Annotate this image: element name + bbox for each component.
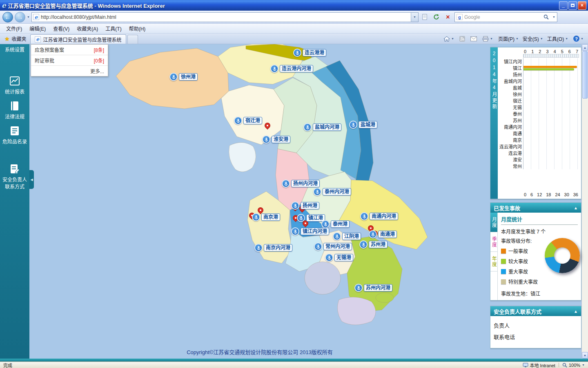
accident-panel-header[interactable]: 已发生事故 ▲	[490, 203, 581, 213]
menu-item[interactable]: 工具(T)	[102, 24, 125, 33]
port-marker[interactable]: 淮安港	[262, 135, 290, 144]
port-marker[interactable]: 盐城港	[349, 121, 377, 129]
forward-button[interactable]: →	[15, 12, 25, 22]
anchor-icon	[369, 230, 377, 238]
history-dropdown[interactable]: ▼	[27, 16, 30, 18]
sidebar-item[interactable]: 危险品名录	[0, 123, 29, 148]
notice-row[interactable]: 附证审批[0条]	[31, 55, 108, 66]
chart-row: 镇江内河	[498, 58, 579, 65]
collapse-up-icon[interactable]: ▲	[574, 309, 578, 314]
port-marker[interactable]: 扬州内河港	[282, 180, 320, 188]
scroll-up-button[interactable]: ▲	[582, 44, 588, 51]
legend-swatch	[501, 279, 506, 284]
sidebar-item[interactable]: 系统设置	[0, 45, 29, 58]
port-label: 南通内河港	[370, 213, 398, 220]
chart-row-label: 泰州	[498, 110, 523, 117]
port-marker[interactable]: 泰州港	[321, 220, 350, 228]
chart-row-bars	[523, 71, 579, 78]
search-options-dropdown[interactable]: ▼	[552, 16, 555, 18]
chart-top-axis: 01234567	[523, 49, 579, 54]
stop-button[interactable]: ×	[443, 12, 453, 22]
port-marker[interactable]: 南通港	[369, 230, 397, 238]
search-placeholder: Google	[464, 14, 539, 20]
contact-panel-header[interactable]: 安全负责人联系方式 ▲	[490, 306, 581, 316]
url-field[interactable]: e http://localhost:8080/yjpt/Main.html ▼	[31, 12, 419, 22]
favorites-button[interactable]: ★ 收藏夹	[1, 34, 30, 44]
tab-icon: e	[35, 36, 41, 43]
chart-row-bars	[523, 156, 579, 163]
port-marker[interactable]: 南京港	[252, 213, 280, 221]
print-button[interactable]: ▼	[480, 35, 495, 43]
menu-item[interactable]: 编辑(E)	[26, 24, 49, 33]
back-button[interactable]: ←	[2, 12, 13, 22]
port-marker[interactable]: 泰州内河港	[313, 188, 351, 196]
port-marker[interactable]: 南通内河港	[360, 212, 398, 220]
accident-panel-title: 已发生事故	[494, 204, 520, 212]
feeds-button[interactable]	[457, 35, 467, 43]
port-marker[interactable]: 连云港内河港	[270, 65, 313, 73]
collapse-up-icon[interactable]: ▲	[574, 206, 578, 210]
menu-item[interactable]: 帮助(H)	[125, 24, 149, 33]
port-marker[interactable]: 无锡港	[325, 254, 353, 262]
port-marker[interactable]: 苏州港	[359, 240, 388, 249]
monthly-stats-title: 月度统计	[501, 215, 578, 225]
port-marker[interactable]: 南京内河港	[254, 244, 292, 252]
search-box[interactable]: g Google ▼	[454, 12, 557, 22]
accident-content: 月度统计 本月度发生事故 7 个 事故等级分布: 一般事故较大事故重大事故特别重…	[498, 213, 581, 300]
port-marker[interactable]: 扬州港	[291, 202, 319, 210]
help-button[interactable]: ? ▼	[571, 35, 586, 43]
chart-row-bars	[523, 91, 579, 97]
toolbar-button[interactable]: 页面(P)▼	[496, 34, 521, 43]
new-tab-stub[interactable]	[127, 35, 138, 44]
maximize-button[interactable]	[568, 1, 577, 10]
menu-item[interactable]: 查看(V)	[49, 24, 73, 33]
help-icon: ?	[573, 36, 579, 42]
browser-tab[interactable]: e 江苏省港口安全监管与应急管理系统	[30, 34, 126, 44]
chart-row-bars	[523, 110, 579, 117]
compatibility-view-button[interactable]	[420, 12, 430, 22]
refresh-button[interactable]	[432, 12, 441, 22]
close-button[interactable]: ×	[578, 1, 586, 10]
search-button[interactable]	[541, 12, 551, 22]
port-marker[interactable]: 江阴港	[333, 232, 361, 240]
sidebar-collapse-handle[interactable]: ◀	[29, 170, 34, 189]
menu-item[interactable]: 收藏夹(A)	[73, 24, 102, 33]
port-marker[interactable]: 徐州港	[169, 73, 198, 81]
status-bar: 完成 本地 Intranet 100% ▼	[0, 361, 588, 368]
toolbar-text-buttons: 页面(P)▼安全(S)▼工具(O)▼	[496, 34, 570, 43]
port-marker[interactable]: 盐城内河港	[303, 123, 341, 131]
notice-more-link[interactable]: 更多...	[31, 66, 108, 76]
scroll-track[interactable]	[582, 99, 588, 352]
port-marker[interactable]: 苏州内河港	[354, 284, 392, 292]
map-area[interactable]: 连云港港连云港内河港徐州港宿迁港淮安港盐城内河港盐城港扬州内河港泰州内河港扬州港…	[29, 44, 490, 359]
port-marker[interactable]: 常州内河港	[314, 242, 352, 251]
sidebar-item[interactable]: 统计报表	[0, 73, 29, 98]
sidebar-item[interactable]: 安全负责人 联系方式	[0, 161, 29, 193]
accident-period-tab[interactable]: 年度	[490, 252, 497, 272]
accident-period-tab[interactable]: 季度	[490, 232, 497, 252]
update-chart-vertical-strip: 2014年4月更新	[490, 47, 498, 199]
scroll-down-button[interactable]: ▼	[582, 352, 588, 359]
zoom-control[interactable]: 100% ▼	[562, 363, 585, 368]
home-button[interactable]: ▼	[441, 35, 456, 43]
url-dropdown[interactable]: ▼	[411, 13, 418, 22]
toolbar-button[interactable]: 工具(O)▼	[545, 34, 570, 43]
scroll-thumb[interactable]	[582, 51, 588, 99]
port-marker[interactable]: 镇江港	[297, 214, 325, 222]
contact-field-label: 联系电话	[490, 329, 581, 341]
incident-pin-icon[interactable]	[263, 121, 272, 130]
notice-row[interactable]: 应急预案备案[8条]	[31, 45, 108, 55]
chevron-down-icon: ▼	[565, 37, 568, 40]
sidebar-item[interactable]: 法律法规	[0, 98, 29, 123]
port-marker[interactable]: 宿迁港	[234, 117, 262, 125]
accident-period-tab[interactable]: 月度	[490, 213, 497, 232]
menu-item[interactable]: 文件(F)	[2, 24, 26, 33]
chart-row-label: 镇江内河	[498, 58, 523, 65]
mail-button[interactable]	[468, 36, 479, 42]
toolbar-button[interactable]: 安全(S)▼	[521, 34, 545, 43]
minimize-button[interactable]: _	[559, 1, 568, 10]
port-marker[interactable]: 连云港港	[293, 49, 326, 57]
port-marker[interactable]: 镇江内河港	[291, 227, 329, 236]
vertical-scrollbar[interactable]: ▲ ▼	[581, 44, 588, 359]
axis-tick: 6	[530, 192, 533, 197]
